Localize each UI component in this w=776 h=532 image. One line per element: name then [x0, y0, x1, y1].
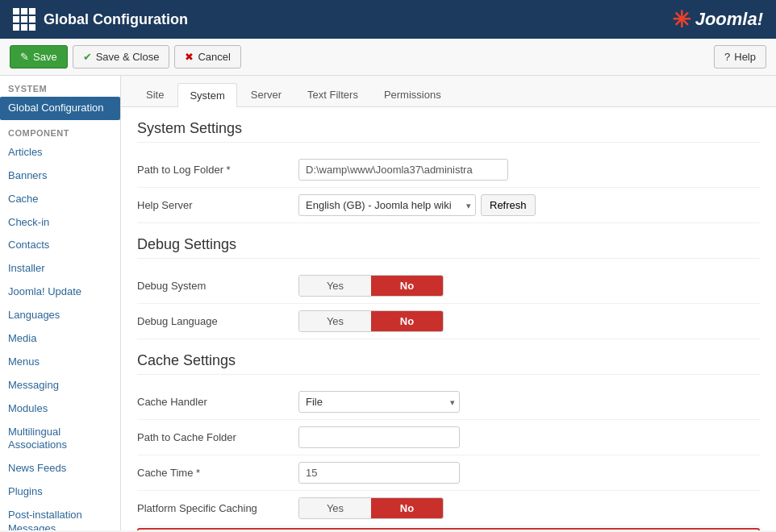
help-icon: ?: [724, 51, 730, 63]
cancel-label: Cancel: [198, 51, 230, 63]
main-content: Site System Server Text Filters Permissi…: [121, 76, 776, 530]
save-close-button[interactable]: ✔ Save & Close: [73, 45, 170, 69]
joomla-logo: ✳ Joomla!: [672, 6, 763, 33]
help-server-row: Help Server English (GB) - Joomla help w…: [137, 188, 760, 223]
save-close-label: Save & Close: [96, 51, 160, 63]
debug-system-control: Yes No: [298, 275, 760, 297]
sidebar-item-post-installation-messages[interactable]: Post-installation Messages: [0, 504, 120, 530]
help-label: Help: [734, 51, 756, 63]
help-button[interactable]: ? Help: [714, 45, 766, 69]
platform-specific-caching-toggle: Yes No: [298, 497, 444, 519]
path-to-cache-folder-label: Path to Cache Folder: [137, 431, 298, 443]
tab-system[interactable]: System: [177, 83, 236, 107]
sidebar-item-multilingual-associations[interactable]: Multilingual Associations: [0, 421, 120, 458]
sidebar-item-news-feeds[interactable]: News Feeds: [0, 457, 120, 480]
sidebar-item-banners[interactable]: Banners: [0, 164, 120, 188]
save-label: Save: [33, 51, 57, 63]
system-section-label: SYSTEM: [0, 76, 120, 97]
debug-language-toggle: Yes No: [298, 310, 444, 332]
tabs-bar: Site System Server Text Filters Permissi…: [121, 76, 776, 107]
help-server-group: English (GB) - Joomla help wiki Refresh: [298, 194, 760, 216]
path-to-log-folder-label: Path to Log Folder *: [137, 164, 298, 176]
debug-system-no-button[interactable]: No: [371, 276, 443, 296]
sidebar-item-joomla-update[interactable]: Joomla! Update: [0, 281, 120, 304]
sidebar: SYSTEM Global Configuration COMPONENT Ar…: [0, 76, 121, 530]
cache-time-label: Cache Time *: [137, 467, 298, 479]
help-server-select[interactable]: English (GB) - Joomla help wiki: [298, 194, 476, 216]
path-to-cache-folder-row: Path to Cache Folder: [137, 420, 760, 455]
cancel-button[interactable]: ✖ Cancel: [174, 45, 240, 69]
cache-handler-control: File: [298, 391, 760, 413]
save-icon: ✎: [20, 51, 29, 63]
platform-specific-caching-yes-button[interactable]: Yes: [299, 498, 371, 518]
debug-language-yes-button[interactable]: Yes: [299, 311, 371, 331]
sidebar-item-modules[interactable]: Modules: [0, 397, 120, 421]
help-server-refresh-button[interactable]: Refresh: [481, 194, 536, 216]
header-left: Global Configuration: [13, 8, 188, 31]
platform-specific-caching-control: Yes No: [298, 497, 760, 519]
sidebar-item-plugins[interactable]: Plugins: [0, 480, 120, 504]
save-button[interactable]: ✎ Save: [10, 45, 68, 69]
sidebar-item-languages[interactable]: Languages: [0, 304, 120, 327]
sidebar-item-articles[interactable]: Articles: [0, 141, 120, 164]
tab-text-filters[interactable]: Text Filters: [295, 82, 370, 106]
sidebar-item-installer[interactable]: Installer: [0, 257, 120, 281]
debug-language-label: Debug Language: [137, 315, 298, 327]
check-icon: ✔: [83, 51, 92, 63]
debug-system-label: Debug System: [137, 280, 298, 292]
debug-language-row: Debug Language Yes No: [137, 304, 760, 339]
component-section-label: COMPONENT: [0, 120, 120, 141]
sidebar-item-contacts[interactable]: Contacts: [0, 234, 120, 257]
cache-time-input[interactable]: [298, 462, 460, 484]
debug-settings-title: Debug Settings: [137, 236, 760, 259]
sidebar-item-menus[interactable]: Menus: [0, 351, 120, 374]
layout: SYSTEM Global Configuration COMPONENT Ar…: [0, 76, 776, 530]
path-to-log-folder-row: Path to Log Folder *: [137, 152, 760, 188]
debug-system-row: Debug System Yes No: [137, 268, 760, 304]
cancel-icon: ✖: [185, 51, 194, 63]
cache-handler-label: Cache Handler: [137, 396, 298, 408]
platform-specific-caching-label: Platform Specific Caching: [137, 502, 298, 514]
cache-handler-row: Cache Handler File: [137, 384, 760, 420]
debug-system-yes-button[interactable]: Yes: [299, 276, 371, 296]
debug-language-control: Yes No: [298, 310, 760, 332]
path-to-cache-folder-input[interactable]: [298, 426, 460, 448]
tab-permissions[interactable]: Permissions: [372, 82, 453, 106]
sidebar-item-checkin[interactable]: Check-in: [0, 211, 120, 235]
cache-handler-select-wrap: File: [298, 391, 460, 413]
cache-time-control: [298, 462, 760, 484]
content-area: System Settings Path to Log Folder * Hel…: [121, 107, 776, 530]
platform-specific-caching-row: Platform Specific Caching Yes No: [137, 491, 760, 526]
cache-handler-select[interactable]: File: [298, 391, 460, 413]
path-to-log-folder-control: [298, 159, 760, 181]
header: Global Configuration ✳ Joomla!: [0, 0, 776, 39]
joomla-logo-text: Joomla!: [695, 9, 763, 30]
grid-icon: [13, 8, 35, 31]
help-server-select-wrap: English (GB) - Joomla help wiki: [298, 194, 476, 216]
sidebar-item-cache[interactable]: Cache: [0, 188, 120, 211]
cache-settings-title: Cache Settings: [137, 352, 760, 375]
platform-specific-caching-no-button[interactable]: No: [371, 498, 443, 518]
sidebar-item-media[interactable]: Media: [0, 327, 120, 351]
tab-server[interactable]: Server: [239, 82, 294, 106]
path-to-log-folder-input[interactable]: [298, 159, 508, 181]
help-server-control: English (GB) - Joomla help wiki Refresh: [298, 194, 760, 216]
debug-system-toggle: Yes No: [298, 275, 444, 297]
cache-time-row: Cache Time *: [137, 455, 760, 491]
help-server-label: Help Server: [137, 199, 298, 211]
page-title: Global Configuration: [44, 11, 188, 28]
sidebar-item-messaging[interactable]: Messaging: [0, 374, 120, 397]
system-cache-row: System Cache OFF - Caching disabled: [137, 528, 760, 530]
system-settings-title: System Settings: [137, 120, 760, 143]
sidebar-item-global-configuration[interactable]: Global Configuration: [0, 97, 120, 120]
joomla-star-icon: ✳: [672, 6, 690, 33]
path-to-cache-folder-control: [298, 426, 760, 448]
tab-site[interactable]: Site: [134, 82, 176, 106]
debug-language-no-button[interactable]: No: [371, 311, 443, 331]
toolbar: ✎ Save ✔ Save & Close ✖ Cancel ? Help: [0, 39, 776, 76]
